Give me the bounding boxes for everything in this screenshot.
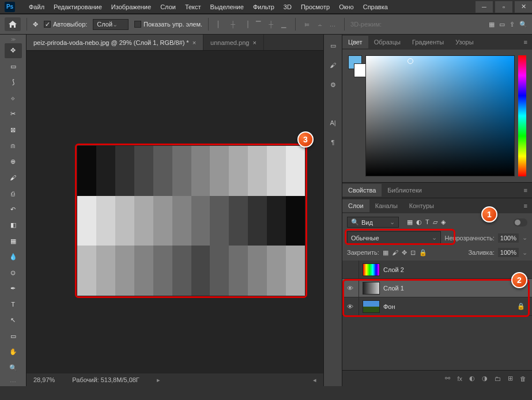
brush-tool[interactable]: 🖌	[5, 170, 22, 185]
layer-item[interactable]: 👁 Фон 🔒	[342, 297, 532, 316]
filter-type-icon[interactable]: T	[425, 218, 429, 226]
panel-menu-icon[interactable]: ≡	[519, 39, 532, 46]
menu-window[interactable]: Окно	[334, 2, 359, 12]
crop-tool[interactable]: ✂	[5, 107, 22, 122]
tab-gradients[interactable]: Градиенты	[406, 36, 450, 48]
zoom-tool[interactable]: 🔍	[5, 361, 22, 376]
layer-thumbnail[interactable]	[363, 300, 380, 313]
wand-tool[interactable]: ⟐	[5, 91, 22, 106]
align-center-v-icon[interactable]: ┼	[265, 18, 277, 30]
filter-smart-icon[interactable]: ◈	[441, 218, 446, 226]
panel-para-icon[interactable]: ¶	[327, 136, 339, 149]
menu-help[interactable]: Справка	[359, 2, 393, 12]
autoselect-target-select[interactable]: Слой ⌄	[93, 19, 129, 30]
distribute-v-icon[interactable]: ⫠	[314, 18, 326, 30]
canvas[interactable]: 3	[27, 51, 323, 373]
history-brush-tool[interactable]: ↶	[5, 202, 22, 217]
align-right-icon[interactable]: ▕	[240, 18, 251, 30]
align-bottom-icon[interactable]: ▁	[278, 18, 289, 30]
tab-close-icon[interactable]: ×	[252, 39, 256, 46]
visibility-toggle[interactable]: 👁	[345, 303, 355, 310]
tab-libraries[interactable]: Библиотеки	[382, 184, 428, 197]
layer-thumbnail[interactable]	[363, 282, 380, 295]
menu-select[interactable]: Выделение	[206, 2, 248, 12]
color-picker[interactable]	[365, 55, 515, 176]
panel-menu-icon[interactable]: ≡	[519, 187, 532, 194]
menu-file[interactable]: Файл	[24, 2, 49, 12]
layer-thumbnail[interactable]	[363, 263, 380, 276]
doc-size[interactable]: Рабочий: 513,8M/5,08Г	[72, 376, 139, 383]
distribute-more-icon[interactable]: …	[327, 18, 338, 30]
shape-tool[interactable]: ▭	[5, 329, 22, 344]
move-tool[interactable]: ✥	[5, 43, 22, 58]
minimize-button[interactable]: ─	[476, 1, 493, 13]
new-layer-icon[interactable]: ⊞	[508, 375, 513, 382]
zoom-level[interactable]: 28,97%	[33, 376, 55, 383]
link-layers-icon[interactable]: ⚯	[445, 375, 450, 382]
dodge-tool[interactable]: ⊙	[5, 265, 22, 280]
tab-layers[interactable]: Слои	[342, 199, 369, 212]
workspace-icon[interactable]: ▭	[499, 21, 505, 28]
stamp-tool[interactable]: ⎙	[5, 186, 22, 201]
search-icon[interactable]: 🔍	[519, 21, 527, 28]
share-icon[interactable]: ⇪	[510, 21, 515, 28]
pen-tool[interactable]: ✒	[5, 281, 22, 296]
tab-paths[interactable]: Контуры	[403, 199, 440, 212]
align-top-icon[interactable]: ▔	[252, 18, 264, 30]
lock-brush-icon[interactable]: 🖌	[392, 249, 398, 256]
menu-filter[interactable]: Фильтр	[248, 2, 279, 12]
filter-pixel-icon[interactable]: ▦	[407, 218, 413, 226]
adjustment-icon[interactable]: ◑	[482, 375, 488, 382]
document-tab-active[interactable]: peiz-priroda-voda-nebo.jpg @ 29% (Слой 1…	[27, 35, 203, 50]
panel-brushes-icon[interactable]: 🖌	[327, 59, 339, 71]
panel-history-icon[interactable]: ▭	[327, 39, 339, 52]
layer-filter-select[interactable]: 🔍 Вид ⌄	[347, 217, 399, 228]
eraser-tool[interactable]: ◧	[5, 218, 22, 233]
menu-view[interactable]: Просмотр	[296, 2, 334, 12]
eyedropper-tool[interactable]: ⫙	[5, 138, 22, 153]
mask-icon[interactable]: ◐	[469, 375, 475, 382]
menu-edit[interactable]: Редактирование	[49, 2, 107, 12]
menu-image[interactable]: Изображение	[107, 2, 156, 12]
align-left-icon[interactable]: ▏	[214, 18, 226, 30]
type-tool[interactable]: T	[5, 297, 22, 312]
lasso-tool[interactable]: ⟆	[5, 75, 22, 90]
gradient-tool[interactable]: ▦	[5, 233, 22, 248]
fx-icon[interactable]: fx	[457, 375, 462, 382]
layer-name[interactable]: Фон	[383, 303, 395, 310]
visibility-toggle[interactable]: 👁	[345, 285, 355, 292]
path-tool[interactable]: ↖	[5, 313, 22, 328]
show-controls-checkbox[interactable]: Показать упр. элем.	[134, 21, 202, 28]
arrange-icon[interactable]: ▦	[489, 21, 495, 28]
opacity-value[interactable]: 100%	[498, 233, 519, 243]
lock-icon[interactable]: 🔒	[517, 303, 530, 310]
layer-item[interactable]: 👁 Слой 1	[342, 279, 532, 297]
filter-toggle[interactable]	[514, 218, 527, 227]
marquee-tool[interactable]: ▭	[5, 59, 22, 74]
heal-tool[interactable]: ⊕	[5, 154, 22, 169]
panel-adjust-icon[interactable]: ⚙	[327, 78, 339, 91]
panel-char-icon[interactable]: A|	[327, 116, 339, 129]
distribute-h-icon[interactable]: ⫢	[301, 18, 313, 30]
lock-pixels-icon[interactable]: ▦	[383, 249, 388, 256]
hand-tool[interactable]: ✋	[5, 345, 22, 360]
home-button[interactable]	[5, 17, 21, 31]
tab-channels[interactable]: Каналы	[369, 199, 403, 212]
hue-slider[interactable]	[518, 55, 526, 176]
align-center-h-icon[interactable]: ┼	[227, 18, 239, 30]
fill-value[interactable]: 100%	[498, 248, 519, 257]
color-swatches[interactable]	[348, 55, 362, 176]
layer-name[interactable]: Слой 2	[383, 266, 404, 273]
blend-mode-select[interactable]: Обычные⌄	[347, 231, 441, 244]
lock-all-icon[interactable]: 🔒	[419, 249, 427, 256]
frame-tool[interactable]: ⊠	[5, 123, 22, 138]
panel-menu-icon[interactable]: ≡	[519, 202, 532, 209]
maximize-button[interactable]: ▫	[495, 1, 512, 13]
menu-3d[interactable]: 3D	[279, 2, 296, 12]
filter-adjust-icon[interactable]: ◐	[416, 218, 422, 226]
autoselect-checkbox[interactable]: ✓ Автовыбор:	[44, 21, 87, 28]
delete-icon[interactable]: 🗑	[520, 375, 526, 382]
tab-properties[interactable]: Свойства	[342, 184, 382, 197]
group-icon[interactable]: 🗀	[495, 375, 501, 382]
layer-name[interactable]: Слой 1	[383, 285, 404, 292]
